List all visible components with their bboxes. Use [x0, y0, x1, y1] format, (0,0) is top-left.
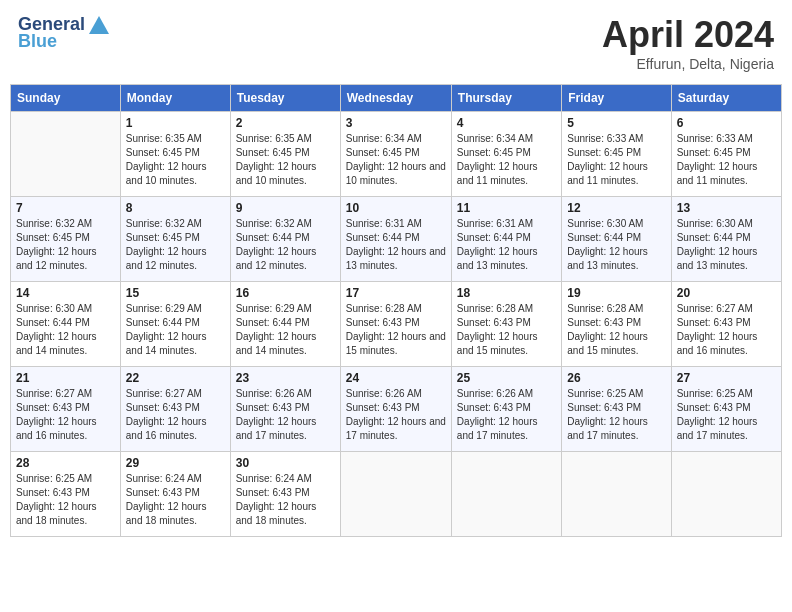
calendar-cell: 15Sunrise: 6:29 AMSunset: 6:44 PMDayligh…: [120, 282, 230, 367]
day-info: Sunrise: 6:33 AMSunset: 6:45 PMDaylight:…: [677, 132, 776, 188]
calendar-cell: 27Sunrise: 6:25 AMSunset: 6:43 PMDayligh…: [671, 367, 781, 452]
day-number: 26: [567, 371, 665, 385]
day-number: 9: [236, 201, 335, 215]
day-info: Sunrise: 6:30 AMSunset: 6:44 PMDaylight:…: [677, 217, 776, 273]
day-number: 10: [346, 201, 446, 215]
day-header-thursday: Thursday: [451, 85, 561, 112]
day-header-monday: Monday: [120, 85, 230, 112]
day-number: 19: [567, 286, 665, 300]
calendar-cell: 8Sunrise: 6:32 AMSunset: 6:45 PMDaylight…: [120, 197, 230, 282]
day-info: Sunrise: 6:34 AMSunset: 6:45 PMDaylight:…: [346, 132, 446, 188]
calendar-cell: 25Sunrise: 6:26 AMSunset: 6:43 PMDayligh…: [451, 367, 561, 452]
calendar-cell: 16Sunrise: 6:29 AMSunset: 6:44 PMDayligh…: [230, 282, 340, 367]
day-number: 7: [16, 201, 115, 215]
calendar-cell: 24Sunrise: 6:26 AMSunset: 6:43 PMDayligh…: [340, 367, 451, 452]
day-info: Sunrise: 6:34 AMSunset: 6:45 PMDaylight:…: [457, 132, 556, 188]
day-info: Sunrise: 6:30 AMSunset: 6:44 PMDaylight:…: [567, 217, 665, 273]
day-header-tuesday: Tuesday: [230, 85, 340, 112]
week-row-4: 21Sunrise: 6:27 AMSunset: 6:43 PMDayligh…: [11, 367, 782, 452]
day-number: 20: [677, 286, 776, 300]
day-header-sunday: Sunday: [11, 85, 121, 112]
page-header: General Blue April 2024 Effurun, Delta, …: [10, 10, 782, 76]
calendar-cell: 29Sunrise: 6:24 AMSunset: 6:43 PMDayligh…: [120, 452, 230, 537]
logo-blue: Blue: [18, 31, 57, 52]
calendar-cell: 13Sunrise: 6:30 AMSunset: 6:44 PMDayligh…: [671, 197, 781, 282]
day-info: Sunrise: 6:35 AMSunset: 6:45 PMDaylight:…: [236, 132, 335, 188]
calendar-cell: 6Sunrise: 6:33 AMSunset: 6:45 PMDaylight…: [671, 112, 781, 197]
calendar-cell: 9Sunrise: 6:32 AMSunset: 6:44 PMDaylight…: [230, 197, 340, 282]
calendar-table: SundayMondayTuesdayWednesdayThursdayFrid…: [10, 84, 782, 537]
day-info: Sunrise: 6:32 AMSunset: 6:45 PMDaylight:…: [16, 217, 115, 273]
day-number: 25: [457, 371, 556, 385]
day-info: Sunrise: 6:28 AMSunset: 6:43 PMDaylight:…: [346, 302, 446, 358]
day-number: 3: [346, 116, 446, 130]
day-number: 2: [236, 116, 335, 130]
day-info: Sunrise: 6:27 AMSunset: 6:43 PMDaylight:…: [16, 387, 115, 443]
calendar-header-row: SundayMondayTuesdayWednesdayThursdayFrid…: [11, 85, 782, 112]
day-number: 11: [457, 201, 556, 215]
day-number: 24: [346, 371, 446, 385]
day-info: Sunrise: 6:28 AMSunset: 6:43 PMDaylight:…: [567, 302, 665, 358]
day-number: 30: [236, 456, 335, 470]
calendar-cell: 26Sunrise: 6:25 AMSunset: 6:43 PMDayligh…: [562, 367, 671, 452]
week-row-1: 1Sunrise: 6:35 AMSunset: 6:45 PMDaylight…: [11, 112, 782, 197]
week-row-3: 14Sunrise: 6:30 AMSunset: 6:44 PMDayligh…: [11, 282, 782, 367]
day-number: 1: [126, 116, 225, 130]
calendar-cell: 18Sunrise: 6:28 AMSunset: 6:43 PMDayligh…: [451, 282, 561, 367]
week-row-2: 7Sunrise: 6:32 AMSunset: 6:45 PMDaylight…: [11, 197, 782, 282]
calendar-cell: 3Sunrise: 6:34 AMSunset: 6:45 PMDaylight…: [340, 112, 451, 197]
day-info: Sunrise: 6:30 AMSunset: 6:44 PMDaylight:…: [16, 302, 115, 358]
day-number: 16: [236, 286, 335, 300]
calendar-cell: 28Sunrise: 6:25 AMSunset: 6:43 PMDayligh…: [11, 452, 121, 537]
calendar-cell: 30Sunrise: 6:24 AMSunset: 6:43 PMDayligh…: [230, 452, 340, 537]
calendar-cell: 17Sunrise: 6:28 AMSunset: 6:43 PMDayligh…: [340, 282, 451, 367]
day-info: Sunrise: 6:35 AMSunset: 6:45 PMDaylight:…: [126, 132, 225, 188]
calendar-cell: 14Sunrise: 6:30 AMSunset: 6:44 PMDayligh…: [11, 282, 121, 367]
calendar-cell: 5Sunrise: 6:33 AMSunset: 6:45 PMDaylight…: [562, 112, 671, 197]
day-number: 5: [567, 116, 665, 130]
day-number: 17: [346, 286, 446, 300]
week-row-5: 28Sunrise: 6:25 AMSunset: 6:43 PMDayligh…: [11, 452, 782, 537]
svg-marker-0: [89, 16, 109, 34]
calendar-cell: [11, 112, 121, 197]
day-info: Sunrise: 6:27 AMSunset: 6:43 PMDaylight:…: [677, 302, 776, 358]
day-header-saturday: Saturday: [671, 85, 781, 112]
day-number: 18: [457, 286, 556, 300]
calendar-cell: 19Sunrise: 6:28 AMSunset: 6:43 PMDayligh…: [562, 282, 671, 367]
day-info: Sunrise: 6:24 AMSunset: 6:43 PMDaylight:…: [236, 472, 335, 528]
title-block: April 2024 Effurun, Delta, Nigeria: [602, 14, 774, 72]
day-number: 22: [126, 371, 225, 385]
day-number: 13: [677, 201, 776, 215]
day-number: 29: [126, 456, 225, 470]
day-info: Sunrise: 6:26 AMSunset: 6:43 PMDaylight:…: [236, 387, 335, 443]
day-info: Sunrise: 6:29 AMSunset: 6:44 PMDaylight:…: [126, 302, 225, 358]
calendar-cell: 23Sunrise: 6:26 AMSunset: 6:43 PMDayligh…: [230, 367, 340, 452]
day-info: Sunrise: 6:26 AMSunset: 6:43 PMDaylight:…: [457, 387, 556, 443]
day-number: 21: [16, 371, 115, 385]
calendar-cell: 2Sunrise: 6:35 AMSunset: 6:45 PMDaylight…: [230, 112, 340, 197]
calendar-cell: 1Sunrise: 6:35 AMSunset: 6:45 PMDaylight…: [120, 112, 230, 197]
day-number: 28: [16, 456, 115, 470]
day-number: 27: [677, 371, 776, 385]
calendar-cell: 4Sunrise: 6:34 AMSunset: 6:45 PMDaylight…: [451, 112, 561, 197]
day-info: Sunrise: 6:25 AMSunset: 6:43 PMDaylight:…: [677, 387, 776, 443]
logo: General Blue: [18, 14, 109, 52]
day-info: Sunrise: 6:33 AMSunset: 6:45 PMDaylight:…: [567, 132, 665, 188]
calendar-cell: [451, 452, 561, 537]
calendar-cell: 20Sunrise: 6:27 AMSunset: 6:43 PMDayligh…: [671, 282, 781, 367]
day-info: Sunrise: 6:32 AMSunset: 6:45 PMDaylight:…: [126, 217, 225, 273]
day-number: 12: [567, 201, 665, 215]
calendar-cell: 12Sunrise: 6:30 AMSunset: 6:44 PMDayligh…: [562, 197, 671, 282]
logo-icon: [89, 16, 109, 34]
calendar-cell: [562, 452, 671, 537]
calendar-cell: 7Sunrise: 6:32 AMSunset: 6:45 PMDaylight…: [11, 197, 121, 282]
day-info: Sunrise: 6:25 AMSunset: 6:43 PMDaylight:…: [567, 387, 665, 443]
day-number: 14: [16, 286, 115, 300]
location-subtitle: Effurun, Delta, Nigeria: [602, 56, 774, 72]
day-number: 8: [126, 201, 225, 215]
calendar-cell: [671, 452, 781, 537]
day-number: 4: [457, 116, 556, 130]
day-info: Sunrise: 6:24 AMSunset: 6:43 PMDaylight:…: [126, 472, 225, 528]
calendar-cell: [340, 452, 451, 537]
day-info: Sunrise: 6:32 AMSunset: 6:44 PMDaylight:…: [236, 217, 335, 273]
